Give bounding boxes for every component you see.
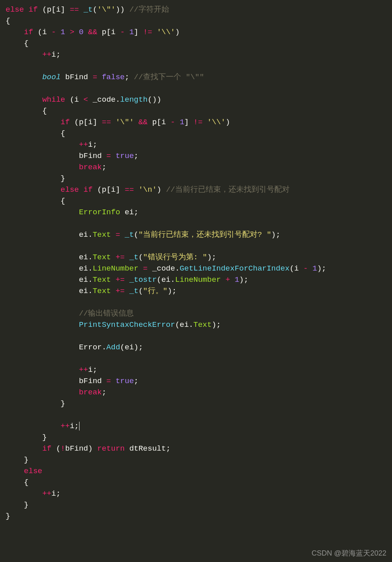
ident-bFind: bFind <box>79 152 102 160</box>
fn-_tostr: _tostr <box>129 275 157 284</box>
lit-1: 1 <box>235 275 239 284</box>
comment-3: //当前行已结束，还未找到引号配对 <box>166 185 290 194</box>
kw-break: break <box>79 163 102 172</box>
kw-if: if <box>84 185 93 194</box>
lit-true: true <box>116 377 134 386</box>
ident-ei: ei <box>180 320 189 329</box>
ident-Error: Error <box>79 343 102 352</box>
lit-false: false <box>102 73 125 82</box>
str-err3: "行。" <box>143 287 167 295</box>
kw-else: else <box>6 5 24 14</box>
fn-_t: _t <box>84 5 93 14</box>
type-bool: bool <box>42 73 61 82</box>
ident-ei: ei <box>79 230 88 239</box>
fn-_t: _t <box>125 230 134 239</box>
str-err2: "错误行号为第: " <box>143 253 207 262</box>
ident-ei: ei <box>125 208 134 217</box>
prop-Text: Text <box>93 253 111 262</box>
prop-Text: Text <box>194 320 212 329</box>
comment-1: //字符开始 <box>129 5 169 14</box>
watermark: CSDN @碧海蓝天2022 <box>312 548 386 558</box>
comment-4: //输出错误信息 <box>79 309 134 318</box>
str-backslash2: '\\' <box>207 118 226 127</box>
ident-p: p <box>47 5 51 14</box>
lit-1: 1 <box>312 264 317 273</box>
ident-bFind: bFind <box>79 377 102 386</box>
ident-_code: _code <box>93 95 116 104</box>
ident-i: i <box>42 28 47 37</box>
ident-p: p <box>102 28 106 37</box>
kw-if: if <box>42 444 51 453</box>
lit-1: 1 <box>129 28 134 37</box>
type-ErrorInfo: ErrorInfo <box>79 208 120 217</box>
lit-0: 0 <box>79 28 83 37</box>
ident-i: i <box>161 118 166 127</box>
code-block: else if (p[i] == _t('\"')) //字符开始 { if (… <box>0 0 392 524</box>
prop-LineNumber: LineNumber <box>93 264 139 273</box>
ident-bFind: bFind <box>65 73 88 82</box>
str-quote2: '\"' <box>116 118 134 127</box>
fn-PrintSyntaxCheckError: PrintSyntaxCheckError <box>79 320 175 329</box>
ident-i: i <box>74 95 79 104</box>
ident-ei: ei <box>79 253 88 262</box>
fn-Add: Add <box>106 343 120 352</box>
fn-GetLineIndexForCharIndex: GetLineIndexForCharIndex <box>180 264 290 273</box>
ident-p: p <box>152 118 157 127</box>
str-newline: '\n' <box>139 185 157 194</box>
ident-i: i <box>70 422 74 431</box>
ident-i: i <box>111 28 115 37</box>
str-backslash: '\\' <box>157 28 175 37</box>
ident-i: i <box>88 140 92 149</box>
ident-i: i <box>111 185 115 194</box>
ident-i: i <box>51 50 56 59</box>
lit-true: true <box>116 152 134 160</box>
lit-1: 1 <box>61 28 65 37</box>
ident-ei: ei <box>125 343 134 352</box>
kw-else: else <box>61 185 79 194</box>
ident-_code: _code <box>152 264 175 273</box>
ident-ei: ei <box>79 275 88 284</box>
ident-ei: ei <box>79 264 88 273</box>
fn-length: length <box>120 95 147 104</box>
fn-_t: _t <box>129 287 139 295</box>
kw-if: if <box>61 118 70 127</box>
kw-while: while <box>42 95 65 104</box>
ident-ei: ei <box>79 287 88 295</box>
ident-p: p <box>79 118 83 127</box>
kw-if: if <box>24 28 33 37</box>
str-err1: "当前行已结束，还未找到引号配对? " <box>139 230 272 239</box>
kw-return: return <box>97 444 125 453</box>
kw-if: if <box>29 5 38 14</box>
ident-i: i <box>88 365 92 374</box>
ident-ei: ei <box>161 275 171 284</box>
ident-i: i <box>56 5 60 14</box>
ident-bFind: bFind <box>65 444 88 453</box>
prop-LineNumber: LineNumber <box>175 275 221 284</box>
ident-i: i <box>51 489 56 498</box>
ident-i: i <box>294 264 298 273</box>
prop-Text: Text <box>93 230 111 239</box>
ident-dtResult: dtResult <box>129 444 166 453</box>
str-quote1: '\"' <box>97 5 116 14</box>
prop-Text: Text <box>93 287 111 295</box>
kw-break: break <box>79 388 102 397</box>
ident-i: i <box>88 118 92 127</box>
prop-Text: Text <box>93 275 111 284</box>
fn-_t: _t <box>129 253 139 262</box>
lit-1: 1 <box>180 118 184 127</box>
comment-2: //查找下一个 "\"" <box>134 73 204 82</box>
ident-p: p <box>102 185 106 194</box>
kw-else: else <box>24 467 43 476</box>
